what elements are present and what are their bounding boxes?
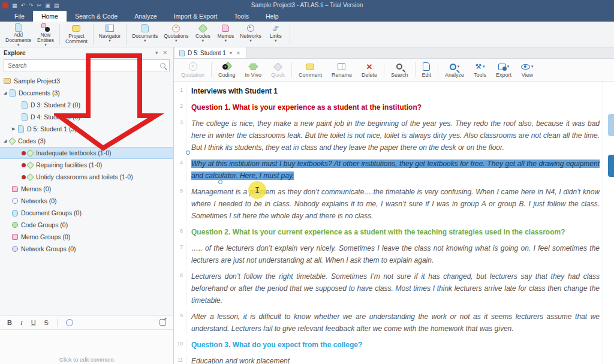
links-button[interactable]: 🖇 Links ▾: [264, 23, 287, 46]
expander-collapsed-icon[interactable]: ▶: [12, 127, 18, 131]
tab-analyze[interactable]: Analyze: [126, 11, 165, 22]
tab-close-icon[interactable]: ✕: [236, 50, 241, 56]
add-documents-button[interactable]: Add Documents ▾: [2, 23, 34, 46]
tree-item-documents[interactable]: ◢ Documents (3): [0, 87, 173, 99]
cut-icon[interactable]: ✂: [37, 2, 42, 8]
tab-help[interactable]: Help: [257, 11, 287, 22]
codes-button[interactable]: Codes ▾: [191, 23, 214, 46]
tab-import-export[interactable]: Import & Export: [165, 11, 226, 22]
paragraph-selected-quotation[interactable]: 4 Why at this institution must I buy tex…: [176, 158, 600, 182]
memos-button[interactable]: Memos ▾: [214, 23, 237, 46]
edit-button[interactable]: Edit: [417, 60, 437, 80]
export-button[interactable]: ▾ Export: [491, 60, 516, 80]
analyze-button[interactable]: ▾ Analyze: [440, 60, 469, 80]
code-color-dot-icon: [22, 175, 26, 179]
document-content[interactable]: 1 Interviews with Student 1 2 Question 1…: [174, 82, 614, 364]
tree-item-d3-student2[interactable]: D 3: Student 2 (0): [0, 99, 173, 111]
networks-icon: [12, 198, 18, 204]
document-tab-d5-student1[interactable]: D 5: Student 1 ▾ ✕: [174, 47, 246, 58]
save-icon[interactable]: ▦: [12, 2, 17, 8]
copy-icon[interactable]: ▣: [45, 2, 50, 8]
paragraph: 2 Question 1. What is your experience as…: [176, 101, 600, 113]
panel-close-icon[interactable]: ✕: [160, 50, 170, 56]
in-vivo-button[interactable]: In Vivo: [240, 60, 266, 80]
tree-item-d4-student3[interactable]: D 4: Student 3 (0): [0, 111, 173, 123]
italic-button[interactable]: I: [20, 319, 23, 326]
tree-item-label: Codes (3): [18, 137, 46, 145]
tab-dropdown-icon[interactable]: ▾: [229, 50, 233, 56]
tab-tools[interactable]: Tools: [225, 11, 257, 22]
tree-item-d5-student1[interactable]: ▶ D 5: Student 1 (3): [0, 123, 173, 135]
bold-button[interactable]: B: [7, 319, 12, 326]
line-number: 10: [176, 339, 186, 351]
redo-icon[interactable]: ↷: [29, 2, 34, 8]
tree-item-repairing-facilities[interactable]: Repairing facilities (1-0): [0, 159, 173, 171]
tab-search-and-code[interactable]: Search & Code: [67, 11, 126, 22]
tree-item-project[interactable]: Sample Project3: [0, 75, 173, 87]
chevron-down-icon: ▾: [202, 39, 204, 43]
selected-quotation-text[interactable]: Why at this institution must I buy textb…: [191, 160, 600, 180]
quotation-label: Quotation: [181, 72, 204, 78]
tree-item-memos[interactable]: Memos (0): [0, 183, 173, 195]
tree-item-untidy-classrooms[interactable]: Untidy classrooms and toilets (1-0): [0, 171, 173, 183]
tree-item-code-groups[interactable]: Code Groups (0): [0, 219, 173, 231]
project-comment-label: Project Comment: [65, 34, 88, 44]
panel-menu-icon[interactable]: ▾: [153, 50, 161, 56]
quotation-button[interactable]: ❝ Quotation: [176, 60, 209, 80]
networks-button[interactable]: Networks ▾: [237, 23, 264, 46]
paste-icon[interactable]: ▤: [54, 2, 59, 8]
network-groups-icon: [12, 246, 18, 252]
tab-home[interactable]: Home: [33, 11, 67, 22]
tab-file[interactable]: File: [6, 11, 33, 22]
emoji-icon[interactable]: [66, 319, 73, 326]
undo-icon[interactable]: ↶: [21, 2, 26, 8]
atlasti-logo-icon: [2, 2, 8, 8]
coding-button[interactable]: + Coding: [213, 60, 240, 80]
quotation-margin-bar[interactable]: [608, 114, 614, 136]
paragraph-text: Question 1. What is your experience as a…: [186, 101, 600, 113]
code-diamond-icon: [26, 149, 34, 157]
project-comment-button[interactable]: Project Comment: [62, 23, 91, 46]
chevron-down-icon: ▾: [109, 39, 111, 43]
new-entities-icon: [41, 23, 50, 32]
tree-item-codes[interactable]: ◢ Codes (3): [0, 135, 173, 147]
paragraph-text: Question 3. What do you expect from the …: [186, 339, 600, 351]
chevron-down-icon: ▾: [225, 39, 227, 43]
coding-label: Coding: [218, 72, 236, 78]
comment-button[interactable]: Comment: [294, 60, 327, 80]
quotation-icon: ❝: [189, 62, 197, 71]
tree-item-memo-groups[interactable]: Memo Groups (0): [0, 231, 173, 243]
view-button[interactable]: ▾ View: [516, 60, 538, 80]
underline-button[interactable]: U: [31, 319, 36, 326]
tree-item-network-groups[interactable]: Network Groups (0): [0, 243, 173, 255]
export-icon: [498, 64, 506, 70]
document-groups-icon: [12, 210, 18, 216]
tools-button[interactable]: ⚒▾ Tools: [469, 60, 491, 80]
documents-button[interactable]: Documents ▾: [129, 23, 161, 46]
expander-expanded-icon[interactable]: ◢: [4, 91, 10, 95]
quick-coding-button[interactable]: Quick: [266, 60, 290, 80]
tree-item-inadequate-textbooks[interactable]: Inadequate textbooks (1-0): [0, 147, 173, 159]
popout-icon[interactable]: [159, 319, 166, 326]
document-tab-bar: D 5: Student 1 ▾ ✕: [174, 47, 614, 59]
navigator-button[interactable]: Navigator ▾: [96, 23, 124, 46]
line-number: 9: [176, 311, 186, 335]
chevron-down-icon: ▾: [483, 64, 485, 69]
document-icon: [142, 24, 149, 32]
paragraph: 1 Interviews with Student 1: [176, 85, 600, 97]
rename-button[interactable]: Rename: [327, 60, 357, 80]
tree-item-document-groups[interactable]: Document Groups (0): [0, 207, 173, 219]
selection-end-handle[interactable]: [218, 180, 222, 184]
tree-item-networks[interactable]: Networks (0): [0, 195, 173, 207]
new-entities-button[interactable]: New Entities ▾: [34, 23, 57, 46]
document-tab-label: D 5: Student 1: [188, 50, 226, 56]
search-input[interactable]: [8, 62, 160, 69]
comment-placeholder[interactable]: Click to edit comment: [0, 356, 173, 364]
quotation-margin-bar-selected[interactable]: [608, 155, 614, 177]
quotations-button[interactable]: ❝ Quotations ▾: [161, 23, 191, 46]
tree-item-label: Documents (3): [19, 89, 60, 97]
selection-start-handle[interactable]: [186, 151, 190, 155]
strikethrough-button[interactable]: S: [44, 319, 49, 326]
delete-button[interactable]: ✕ Delete: [357, 60, 382, 80]
search-button[interactable]: Search: [386, 60, 413, 80]
